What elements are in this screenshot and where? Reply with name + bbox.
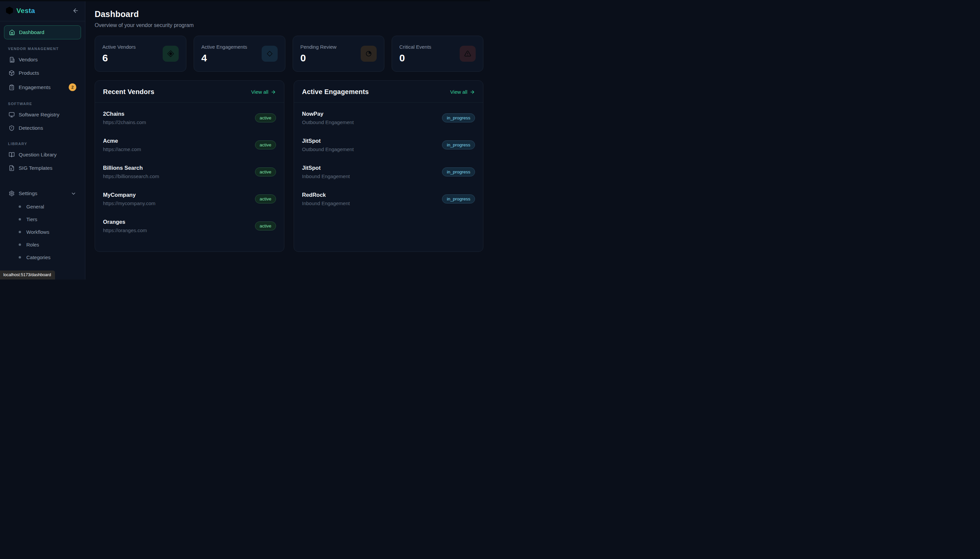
engagement-status-badge: in_progress — [442, 167, 475, 177]
engagement-row[interactable]: JitSpot Outbound Engagement in_progress — [302, 131, 475, 159]
pie-clock-icon — [361, 46, 377, 62]
sidebar-item-label: Vendors — [19, 57, 38, 63]
sidebar-item-sig-templates[interactable]: SIG Templates — [4, 162, 81, 174]
gem-icon — [163, 46, 179, 62]
settings-children: General Tiers Workflows Roles — [4, 200, 81, 263]
arrow-right-icon — [470, 89, 475, 95]
sidebar-item-detections[interactable]: Detections — [4, 122, 81, 134]
vendor-url: https://billionssearch.com — [103, 174, 159, 179]
settings-sub-item[interactable]: Workflows — [4, 226, 81, 238]
vendor-url: https://mycompany.com — [103, 200, 155, 206]
sidebar-item-dashboard[interactable]: Dashboard — [4, 25, 81, 40]
stat-card-critical-events: Critical Events 0 — [392, 36, 483, 72]
view-all-label: View all — [251, 89, 268, 95]
sidebar-item-label: Software Registry — [19, 112, 59, 118]
vendor-status-badge: active — [255, 194, 276, 203]
settings-sub-item[interactable]: Categories — [4, 251, 81, 263]
sidebar-item-question-library[interactable]: Question Library — [4, 149, 81, 161]
panels-row: Recent Vendors View all 2Chains https://… — [95, 80, 483, 252]
diamond-icon — [262, 46, 278, 62]
vendor-status-badge: active — [255, 113, 276, 122]
settings-sub-item-label: Roles — [26, 242, 39, 248]
sidebar-item-software-registry[interactable]: Software Registry — [4, 108, 81, 121]
sidebar-item-label: Products — [19, 70, 39, 76]
bullet-icon — [19, 218, 21, 220]
settings-sub-item[interactable]: Tiers — [4, 213, 81, 225]
active-engagements-panel: Active Engagements View all NowPay Outbo… — [294, 80, 483, 252]
settings-sub-item-label: Categories — [26, 255, 51, 260]
vendor-row[interactable]: Billions Search https://billionssearch.c… — [103, 159, 276, 185]
bullet-icon — [19, 256, 21, 258]
engagement-type: Inbound Engagement — [302, 174, 350, 179]
engagement-vendor-name: JitSpot — [302, 138, 354, 144]
sidebar-item-label: Engagements — [19, 84, 51, 90]
stat-label: Active Engagements — [201, 44, 247, 50]
vendor-row[interactable]: Oranges https://oranges.com active — [103, 212, 276, 240]
sidebar: Vesta Dashboard VENDOR MANAGEMENT Vendor… — [0, 0, 85, 280]
section-label-vendor-management: VENDOR MANAGEMENT — [8, 47, 77, 51]
bullet-icon — [19, 243, 21, 246]
engagement-row[interactable]: NowPay Outbound Engagement in_progress — [302, 104, 475, 131]
clipboard-list-icon — [9, 84, 15, 90]
section-label-software: SOFTWARE — [8, 102, 77, 106]
sidebar-header: Vesta — [0, 0, 85, 22]
shield-alert-icon — [9, 125, 15, 131]
engagement-status-badge: in_progress — [442, 141, 475, 149]
book-open-icon — [9, 152, 15, 158]
sidebar-item-engagements[interactable]: Engagements 2 — [4, 80, 81, 94]
sidebar-item-settings[interactable]: Settings — [4, 187, 81, 200]
vendor-status-badge: active — [255, 167, 276, 177]
sidebar-nav: Dashboard VENDOR MANAGEMENT Vendors Prod… — [0, 22, 85, 280]
bullet-icon — [19, 231, 21, 233]
sidebar-item-vendors[interactable]: Vendors — [4, 53, 81, 66]
recent-vendors-view-all-link[interactable]: View all — [251, 89, 276, 95]
arrow-left-icon — [73, 7, 79, 14]
panel-title: Recent Vendors — [103, 88, 154, 96]
active-engagements-header: Active Engagements View all — [294, 81, 483, 103]
page-title: Dashboard — [95, 9, 483, 19]
active-engagements-view-all-link[interactable]: View all — [450, 89, 475, 95]
main-content: Dashboard Overview of your vendor securi… — [85, 0, 490, 280]
package-icon — [9, 70, 15, 76]
stat-value: 4 — [201, 52, 247, 64]
engagement-status-badge: in_progress — [442, 194, 475, 203]
stat-card-pending-review: Pending Review 0 — [293, 36, 384, 72]
vendor-url: https://2chains.com — [103, 119, 146, 125]
settings-sub-item[interactable]: Roles — [4, 238, 81, 251]
building-icon — [9, 57, 15, 63]
sidebar-item-label: Dashboard — [19, 29, 45, 35]
chevron-down-icon — [71, 191, 76, 197]
sidebar-item-label: SIG Templates — [19, 165, 52, 171]
page-subtitle: Overview of your vendor security program — [95, 22, 483, 28]
vendor-name: MyCompany — [103, 192, 155, 198]
status-url-bar: localhost:5173/dashboard — [0, 271, 55, 280]
arrow-right-icon — [271, 89, 276, 95]
engagement-type: Outbound Engagement — [302, 119, 354, 125]
recent-vendors-panel: Recent Vendors View all 2Chains https://… — [95, 80, 284, 252]
stat-card-active-vendors: Active Vendors 6 — [95, 36, 186, 72]
settings-sub-item[interactable]: General — [4, 200, 81, 213]
active-engagements-list: NowPay Outbound Engagement in_progress J… — [294, 103, 483, 218]
home-icon — [9, 29, 15, 35]
sidebar-item-label: Detections — [19, 125, 43, 131]
gear-icon — [9, 190, 15, 197]
vendor-row[interactable]: 2Chains https://2chains.com active — [103, 104, 276, 131]
file-text-icon — [9, 165, 15, 171]
app-logo-hexagon-icon — [6, 7, 13, 14]
sidebar-collapse-button[interactable] — [73, 7, 79, 14]
settings-block: Settings General Tiers — [4, 187, 81, 263]
vendor-row[interactable]: MyCompany https://mycompany.com active — [103, 185, 276, 212]
vendor-name: Acme — [103, 138, 141, 144]
engagements-count-badge: 2 — [69, 83, 76, 91]
stat-value: 0 — [300, 52, 337, 64]
sidebar-item-products[interactable]: Products — [4, 67, 81, 79]
window-top-edge — [0, 0, 490, 1]
engagement-row[interactable]: RedRock Inbound Engagement in_progress — [302, 185, 475, 212]
stat-label: Active Vendors — [102, 44, 136, 50]
vendor-row[interactable]: Acme https://acme.com active — [103, 131, 276, 159]
engagement-row[interactable]: JitSpot Inbound Engagement in_progress — [302, 159, 475, 185]
sidebar-item-label: Settings — [19, 190, 37, 197]
settings-sub-item-label: General — [26, 204, 44, 210]
engagement-vendor-name: NowPay — [302, 111, 354, 117]
bullet-icon — [19, 205, 21, 208]
